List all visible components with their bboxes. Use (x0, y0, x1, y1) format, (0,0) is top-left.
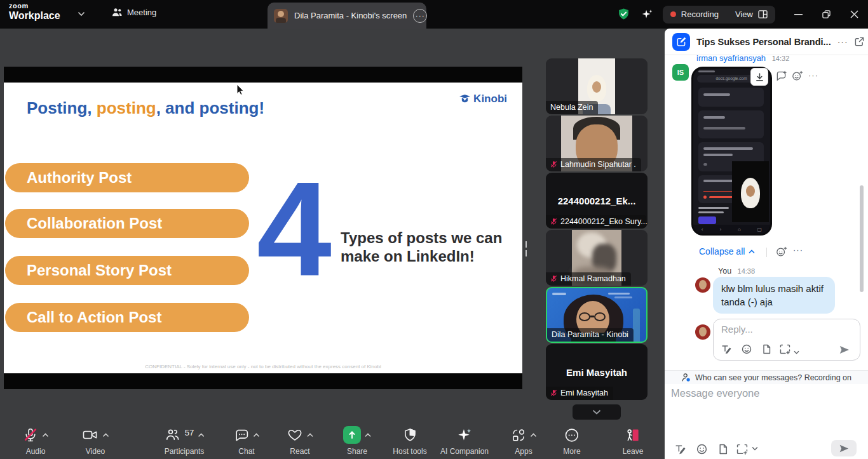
video-tile-hikmal-ramadhan[interactable]: Hikmal Ramadhan (546, 230, 648, 286)
video-tile-eko[interactable]: 2244000212_Ek... 2244000212_Eko Sury... (546, 173, 648, 229)
slide-letterbox-bottom (4, 373, 522, 389)
zoom-workplace-logo: zoom Workplace (9, 3, 60, 21)
muted-mic-icon (550, 389, 557, 397)
image-download-button[interactable] (750, 68, 768, 86)
close-button[interactable] (840, 0, 868, 29)
phone-nav-bar: ‹›⌂▢ (693, 225, 770, 234)
message-author: You (718, 267, 731, 276)
message-more-ellipsis-icon[interactable]: ··· (808, 70, 818, 80)
participants-options-chevron-icon[interactable] (198, 433, 204, 437)
recording-dot-icon (670, 11, 676, 17)
slide-letterbox-top (4, 67, 522, 83)
view-button[interactable]: View (735, 10, 753, 19)
share-options-chevron-icon[interactable] (365, 433, 371, 437)
titlebar-right: Recording View (618, 0, 868, 29)
slide-title: Posting, posting, and posting! (27, 98, 264, 118)
chat-button[interactable]: Chat (234, 426, 260, 456)
pop-out-icon[interactable] (855, 37, 864, 46)
person-privacy-icon (681, 373, 691, 382)
send-reply-icon[interactable] (838, 344, 850, 356)
kinobi-logo: Kinobi (459, 93, 507, 105)
maximize-button[interactable] (812, 0, 840, 29)
zoom-meeting-window: zoom Workplace Meeting Dila Paramita - K… (0, 0, 868, 459)
recording-view-pill: Recording View (663, 6, 775, 23)
emoji-icon[interactable] (742, 344, 752, 354)
reply-composer[interactable] (713, 319, 860, 361)
collapse-all-link[interactable]: Collapse all (699, 246, 755, 256)
view-layout-icon[interactable] (758, 10, 768, 18)
ai-companion-button[interactable]: AI Companion (440, 426, 489, 456)
muted-mic-icon (550, 218, 557, 225)
panel-resize-handle[interactable] (525, 241, 527, 258)
video-tile-dila-paramita-active-speaker[interactable]: Dila Paramita - Kinobi (546, 287, 648, 343)
message-time: 14:32 (772, 55, 790, 62)
message-author: irman syafriansyah (696, 53, 766, 63)
share-tab-label: Dila Paramita - Kinobi's screen (294, 11, 407, 20)
participants-button[interactable]: 57 Participants (165, 426, 205, 456)
minimize-button[interactable] (784, 0, 812, 29)
attach-file-icon[interactable] (762, 344, 771, 354)
tab-options-ellipsis-icon[interactable]: ··· (413, 9, 427, 23)
slide-pill-call-to-action: Call to Action Post (5, 303, 249, 332)
format-text-icon[interactable] (675, 444, 686, 455)
tab-meeting[interactable]: Meeting (112, 8, 156, 17)
participants-count: 57 (185, 428, 194, 437)
apps-icon (511, 427, 527, 443)
chat-scrollbar-thumb[interactable] (860, 185, 864, 292)
participant-name-tag: Hikmal Ramadhan (546, 272, 631, 286)
share-screen-icon (343, 426, 361, 444)
chat-image-attachment[interactable]: docs.google.com ‹›⌂▢ (691, 67, 772, 236)
video-options-chevron-icon[interactable] (103, 433, 109, 437)
reply-input[interactable] (721, 324, 848, 335)
add-reaction-icon[interactable] (776, 246, 787, 257)
muted-mic-icon (550, 275, 557, 283)
workspace-dropdown-chevron-icon[interactable] (78, 11, 85, 17)
meeting-tab-label: Meeting (127, 8, 156, 17)
participant-name-tag: Dila Paramita - Kinobi (547, 328, 634, 342)
react-button[interactable]: React (287, 426, 313, 456)
screenshot-options-chevron-icon[interactable] (794, 350, 799, 354)
video-tile-nebula-zein[interactable]: Nebula Zein (546, 58, 648, 114)
tab-screen-share[interactable]: Dila Paramita - Kinobi's screen ··· (268, 3, 426, 29)
emoji-icon[interactable] (696, 444, 707, 455)
divider (766, 248, 767, 257)
chat-options-chevron-icon[interactable] (254, 433, 260, 437)
avatar (274, 9, 288, 23)
apps-button[interactable]: Apps (511, 426, 537, 456)
apps-options-chevron-icon[interactable] (531, 433, 537, 437)
security-shield-icon[interactable] (618, 8, 630, 21)
chat-message-bubble[interactable]: klw blm lulus masih aktif tanda (-) aja (713, 277, 835, 314)
send-message-button[interactable] (831, 440, 857, 456)
more-button[interactable]: More (563, 426, 580, 456)
video-tile-lahmudin-sipahutar[interactable]: Lahmudin Sipahutar . (546, 116, 648, 171)
leave-door-icon (625, 427, 641, 443)
message-author-row: You 14:38 (718, 267, 755, 276)
screenshot-options-chevron-icon[interactable] (752, 446, 758, 451)
host-tools-button[interactable]: Host tools (393, 426, 426, 456)
meeting-toolbar: Audio Video 57 Participants (0, 422, 665, 459)
format-text-icon[interactable] (721, 344, 731, 354)
message-compose-input[interactable] (671, 387, 855, 399)
react-options-chevron-icon[interactable] (307, 433, 313, 437)
leave-button[interactable]: Leave (623, 426, 644, 456)
participant-name-tag: Nebula Zein (546, 101, 598, 114)
share-button[interactable]: Share (343, 426, 371, 456)
screenshot-icon[interactable] (780, 344, 790, 354)
people-icon (112, 8, 123, 17)
reply-in-thread-icon[interactable] (775, 70, 787, 81)
audio-button[interactable]: Audio (23, 426, 49, 456)
slide-pill-collaboration: Collaboration Post (5, 209, 249, 238)
video-tile-emi-masyitah[interactable]: Emi Masyitah Emi Masyitah (546, 344, 648, 400)
add-reaction-icon[interactable] (792, 70, 803, 81)
shield-icon (402, 427, 417, 443)
ai-companion-sparkle-icon[interactable] (640, 8, 654, 22)
video-button[interactable]: Video (82, 426, 109, 456)
chat-more-ellipsis-icon[interactable]: ··· (837, 37, 848, 47)
thread-more-ellipsis-icon[interactable]: ··· (793, 245, 803, 255)
audio-options-chevron-icon[interactable] (43, 433, 49, 437)
attach-file-icon[interactable] (718, 444, 728, 455)
privacy-notice[interactable]: Who can see your messages? Recording on (665, 370, 868, 384)
collapse-video-strip-button[interactable] (573, 404, 621, 420)
chat-panel: Tips Sukses Personal Brandi... ··· irman… (665, 29, 868, 459)
screenshot-icon[interactable] (736, 444, 748, 455)
